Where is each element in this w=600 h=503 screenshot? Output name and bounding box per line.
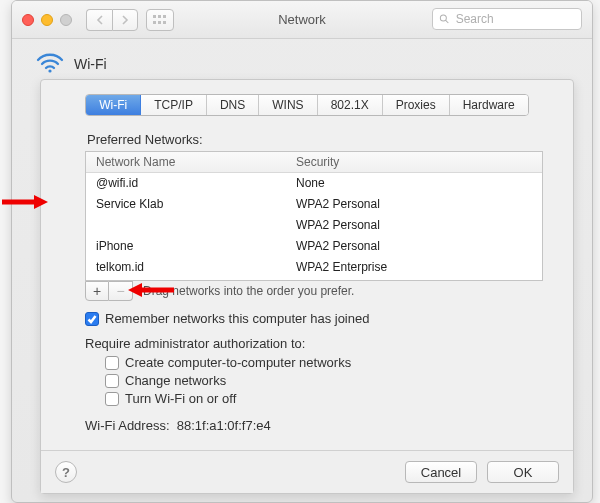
admin-toggle-wifi-checkbox[interactable] [105, 392, 119, 406]
svg-point-6 [440, 15, 446, 21]
preferred-networks-label: Preferred Networks: [87, 132, 543, 147]
chevron-left-icon [96, 15, 104, 25]
admin-option-row[interactable]: Create computer-to-computer networks [105, 355, 543, 370]
show-all-button[interactable] [146, 9, 174, 31]
wifi-icon [36, 51, 64, 76]
grid-icon [153, 15, 167, 25]
cell-security: None [296, 175, 532, 192]
svg-rect-2 [163, 15, 166, 18]
svg-rect-3 [153, 21, 156, 24]
titlebar: Network [12, 1, 592, 39]
cell-security: WPA2 Enterprise [296, 259, 532, 276]
wifi-address-value: 88:1f:a1:0f:f7:e4 [177, 418, 271, 433]
zoom-window-button [60, 14, 72, 26]
svg-line-7 [446, 20, 449, 23]
svg-rect-4 [158, 21, 161, 24]
search-field[interactable] [432, 8, 582, 30]
admin-create-adhoc-checkbox[interactable] [105, 356, 119, 370]
tab-tcpip[interactable]: TCP/IP [141, 95, 207, 115]
remember-networks-row[interactable]: Remember networks this computer has join… [85, 311, 543, 326]
col-header-security[interactable]: Security [296, 155, 532, 169]
table-row[interactable]: iPhone WPA2 Personal [86, 236, 542, 257]
ok-button[interactable]: OK [487, 461, 559, 483]
table-header: Network Name Security [86, 152, 542, 173]
tab-wifi[interactable]: Wi-Fi [86, 95, 141, 115]
preferences-window: Network Wi-Fi Wi-Fi TCP/IP DNS WINS 802.… [11, 0, 593, 503]
interface-name: Wi-Fi [74, 56, 107, 72]
cell-name: @wifi.id [96, 175, 296, 192]
remember-networks-label: Remember networks this computer has join… [105, 311, 369, 326]
svg-point-8 [48, 69, 51, 72]
table-row[interactable]: telkom.id WPA2 Enterprise [86, 257, 542, 278]
admin-option-row[interactable]: Change networks [105, 373, 543, 388]
add-network-button[interactable]: + [85, 281, 109, 301]
require-admin-label: Require administrator authorization to: [85, 336, 543, 351]
search-input[interactable] [454, 11, 575, 27]
sheet-footer: ? Cancel OK [41, 450, 573, 493]
minimize-window-button[interactable] [41, 14, 53, 26]
list-toolbar: + − Drag networks into the order you pre… [85, 281, 543, 301]
wifi-address-label: Wi-Fi Address: [85, 418, 170, 433]
cell-security: WPA2 Personal [296, 238, 532, 255]
sheet-content: Preferred Networks: Network Name Securit… [41, 124, 573, 450]
back-button[interactable] [86, 9, 112, 31]
close-window-button[interactable] [22, 14, 34, 26]
cell-name: telkom.id [96, 259, 296, 276]
nav-buttons [86, 9, 138, 31]
remove-network-button[interactable]: − [109, 281, 133, 301]
preferred-networks-table[interactable]: Network Name Security @wifi.id None Serv… [85, 151, 543, 281]
cell-name: iPhone [96, 238, 296, 255]
chevron-right-icon [121, 15, 129, 25]
tabs: Wi-Fi TCP/IP DNS WINS 802.1X Proxies Har… [85, 94, 528, 116]
admin-option-label: Change networks [125, 373, 226, 388]
table-row[interactable]: Service Klab WPA2 Personal [86, 194, 542, 215]
admin-option-row[interactable]: Turn Wi-Fi on or off [105, 391, 543, 406]
cell-security: WPA2 Personal [296, 217, 532, 234]
svg-rect-5 [163, 21, 166, 24]
search-icon [439, 13, 450, 25]
cell-name: Service Klab [96, 196, 296, 213]
forward-button [112, 9, 138, 31]
tab-proxies[interactable]: Proxies [383, 95, 450, 115]
tab-wins[interactable]: WINS [259, 95, 317, 115]
drag-hint: Drag networks into the order you prefer. [143, 284, 354, 298]
window-controls [22, 14, 72, 26]
remember-networks-checkbox[interactable] [85, 312, 99, 326]
table-row[interactable]: WPA2 Personal [86, 215, 542, 236]
tab-dns[interactable]: DNS [207, 95, 259, 115]
admin-option-label: Create computer-to-computer networks [125, 355, 351, 370]
cell-name-apple-logo [96, 217, 296, 234]
tab-hardware[interactable]: Hardware [450, 95, 528, 115]
admin-option-label: Turn Wi-Fi on or off [125, 391, 236, 406]
tab-8021x[interactable]: 802.1X [318, 95, 383, 115]
check-icon [87, 314, 97, 324]
cancel-button[interactable]: Cancel [405, 461, 477, 483]
advanced-sheet: Wi-Fi TCP/IP DNS WINS 802.1X Proxies Har… [40, 79, 574, 494]
require-admin-options: Create computer-to-computer networks Cha… [105, 355, 543, 406]
svg-rect-0 [153, 15, 156, 18]
col-header-name[interactable]: Network Name [96, 155, 296, 169]
cell-security: WPA2 Personal [296, 196, 532, 213]
svg-rect-1 [158, 15, 161, 18]
table-row[interactable]: @wifi.id None [86, 173, 542, 194]
prefs-header: Wi-Fi [12, 39, 592, 82]
wifi-address-row: Wi-Fi Address: 88:1f:a1:0f:f7:e4 [85, 418, 543, 433]
admin-change-networks-checkbox[interactable] [105, 374, 119, 388]
help-button[interactable]: ? [55, 461, 77, 483]
